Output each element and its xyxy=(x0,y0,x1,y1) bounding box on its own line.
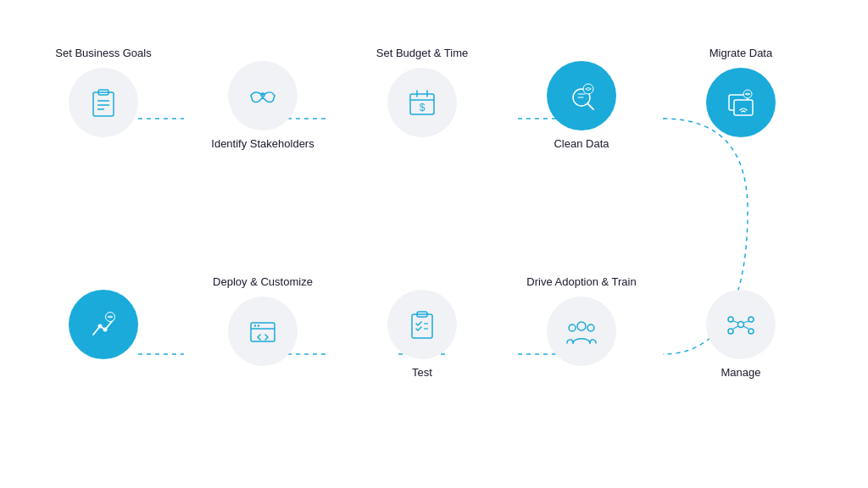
label-clean-data: Clean Data xyxy=(554,137,609,166)
network-icon xyxy=(722,306,760,343)
circle-set-budget-time: $ xyxy=(387,68,457,137)
step-drive-adoption: Drive Adoption & Train xyxy=(522,261,641,366)
calendar-dollar-icon: $ xyxy=(403,84,441,121)
step-manage: Manage xyxy=(682,261,800,400)
step-deploy-customize: Deploy & Customize xyxy=(203,261,322,366)
handshake-icon xyxy=(244,77,281,114)
svg-line-44 xyxy=(733,321,738,323)
circle-set-business-goals xyxy=(69,68,138,137)
svg-point-43 xyxy=(748,329,754,334)
people-group-icon xyxy=(563,313,600,350)
circle-migrate-data xyxy=(706,68,776,137)
label-identify-stakeholders: Identify Stakeholders xyxy=(211,137,314,166)
circle-deploy-customize xyxy=(228,297,298,366)
circle-identify-stakeholders xyxy=(228,61,298,130)
chart-line-icon xyxy=(85,306,122,343)
label-drive-adoption: Drive Adoption & Train xyxy=(526,261,636,290)
window-code-icon xyxy=(244,313,281,350)
svg-point-41 xyxy=(748,317,754,322)
step-clean-data: Clean Data xyxy=(522,32,641,171)
label-set-budget-time: Set Budget & Time xyxy=(376,32,468,61)
svg-line-46 xyxy=(733,326,738,329)
top-row: Set Business Goals xyxy=(44,32,858,171)
step-identify-stakeholders: Identify Stakeholders xyxy=(203,32,322,171)
svg-point-40 xyxy=(728,317,733,322)
label-set-business-goals: Set Business Goals xyxy=(55,32,151,61)
svg-point-26 xyxy=(103,328,108,332)
circle-test xyxy=(387,290,457,359)
circle-drive-adoption xyxy=(547,297,616,366)
label-migrate-data: Migrate Data xyxy=(709,32,772,61)
bottom-row: Deploy & Customize xyxy=(44,261,858,400)
svg-rect-32 xyxy=(412,314,432,338)
circle-clean-data xyxy=(547,61,616,130)
svg-point-38 xyxy=(587,324,594,331)
implementation-roadmap: Set Business Goals xyxy=(27,15,841,473)
circle-manage xyxy=(706,290,776,359)
svg-point-27 xyxy=(106,313,115,322)
svg-point-30 xyxy=(254,324,256,326)
circle-analytics xyxy=(69,290,138,359)
svg-point-25 xyxy=(98,324,103,329)
svg-rect-8 xyxy=(93,92,114,116)
clipboard-icon xyxy=(85,84,122,121)
svg-point-39 xyxy=(738,322,744,328)
svg-rect-23 xyxy=(734,100,753,115)
svg-line-45 xyxy=(743,321,748,323)
checklist-icon xyxy=(403,306,441,343)
step-set-budget-time: Set Budget & Time $ xyxy=(363,32,481,137)
label-deploy-customize: Deploy & Customize xyxy=(213,261,313,290)
step-test: Test xyxy=(363,261,481,400)
svg-point-36 xyxy=(577,322,586,330)
search-file-icon xyxy=(563,77,600,114)
step-set-business-goals: Set Business Goals xyxy=(44,32,163,137)
svg-line-20 xyxy=(587,103,593,109)
migrate-icon xyxy=(722,84,760,121)
svg-text:$: $ xyxy=(420,102,426,114)
svg-point-24 xyxy=(743,90,752,98)
svg-line-47 xyxy=(743,326,748,329)
svg-point-37 xyxy=(569,324,576,331)
label-test: Test xyxy=(412,366,432,395)
svg-point-21 xyxy=(583,84,593,94)
svg-point-42 xyxy=(728,329,733,334)
step-analytics xyxy=(44,261,163,359)
label-manage: Manage xyxy=(721,366,761,395)
svg-point-31 xyxy=(258,324,259,326)
step-migrate-data: Migrate Data xyxy=(682,32,800,137)
